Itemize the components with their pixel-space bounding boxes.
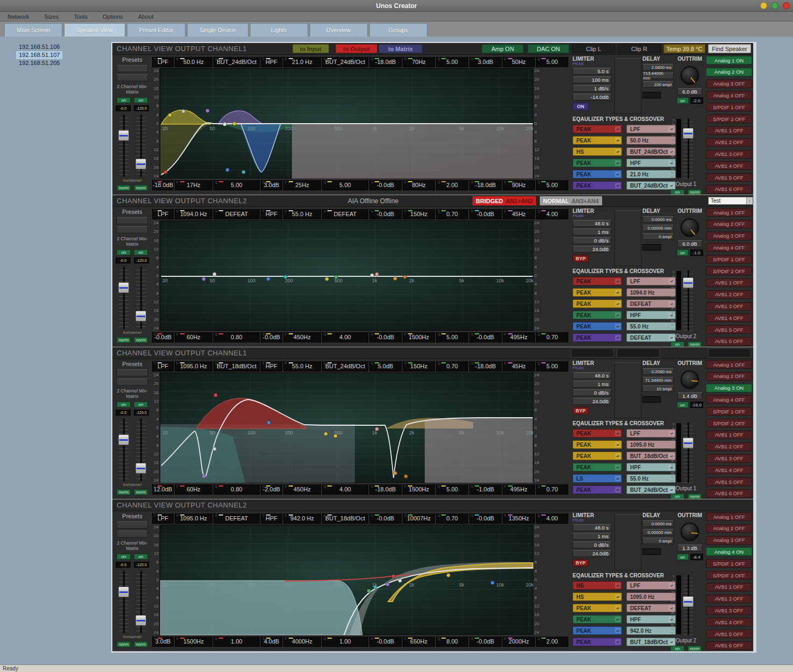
delay-value-field[interactable]: 713.44000 mm: [642, 73, 674, 79]
to-matrix-button[interactable]: to Matrix: [378, 44, 423, 53]
output-on-button[interactable]: on: [670, 189, 684, 195]
param-field[interactable]: F450Hz: [283, 484, 321, 495]
routing-toggle-avb1-5-off[interactable]: AVB1 5 OFF: [706, 325, 752, 334]
limiter-value-field[interactable]: 100 ms: [573, 76, 611, 83]
limiter-bypass-button[interactable]: BYP: [573, 559, 589, 567]
param-field[interactable]: ABUT_18dB/Oct: [322, 513, 368, 524]
routing-toggle-avb1-5-off[interactable]: AVB1 5 OFF: [706, 173, 752, 182]
outtrim-knob[interactable]: [681, 370, 699, 389]
minimize-button[interactable]: [760, 2, 767, 9]
eq-band-handle[interactable]: [284, 275, 288, 279]
device-list-item[interactable]: 192.168.51.107: [16, 51, 62, 59]
param-field[interactable]: G3.0dB: [469, 56, 502, 67]
routing-toggle-avb1-1-off[interactable]: AVB1 1 OFF: [706, 583, 752, 591]
eq-crossover-field[interactable]: BUT_24dB/Oct▴▾: [626, 181, 676, 190]
param-field[interactable]: F1500Hz: [175, 636, 212, 647]
limiter-value-field[interactable]: 24.0dB: [573, 550, 611, 557]
routing-toggle-avb1-1-off[interactable]: AVB1 1 OFF: [706, 431, 752, 439]
param-field[interactable]: THPF: [261, 513, 282, 524]
delay-value-field[interactable]: 0.00000 mm: [642, 529, 674, 535]
eq-band-handle[interactable]: [370, 274, 374, 277]
mix-on-button[interactable]: on: [117, 249, 131, 255]
param-field[interactable]: Q0.70: [536, 332, 568, 342]
routing-toggle-avb1-4-off[interactable]: AVB1 4 OFF: [706, 313, 752, 322]
eq-crossover-field[interactable]: HPF▴▾: [626, 159, 676, 167]
eq-type-select[interactable]: HS▴▾: [573, 147, 622, 156]
outtrim-trim-value[interactable]: -1.0: [690, 249, 703, 256]
delay-value-field[interactable]: 0 smpl: [642, 233, 674, 240]
mix-on-button[interactable]: on: [134, 554, 148, 560]
param-field[interactable]: Q0.70: [436, 361, 468, 371]
preset-slot[interactable]: [117, 531, 148, 538]
param-field[interactable]: F495Hz: [503, 484, 535, 495]
eq-type-select[interactable]: PEAK▴▾: [573, 333, 622, 342]
routing-toggle-avb1-6-off[interactable]: AVB1 6 OFF: [706, 337, 752, 346]
param-field[interactable]: ADEFEAT: [213, 209, 260, 219]
eq-band-handle[interactable]: [226, 168, 230, 172]
eq-crossover-field[interactable]: LPF▴▾: [626, 429, 676, 438]
dac-on-button[interactable]: DAC ON: [527, 44, 569, 53]
param-field[interactable]: F1094.0 Hz: [175, 209, 212, 219]
eq-crossover-field[interactable]: HPF▴▾: [626, 311, 676, 319]
routing-toggle-avb1-6-off[interactable]: AVB1 6 OFF: [706, 641, 752, 650]
eq-type-select[interactable]: PEAK▴▾: [573, 429, 622, 438]
limiter-value-field[interactable]: 48.0 s: [573, 372, 611, 379]
param-field[interactable]: F942.0 Hz: [283, 513, 321, 524]
eq-type-select[interactable]: LS▴▾: [573, 474, 622, 483]
param-field[interactable]: G-0.0dB: [369, 209, 402, 219]
eq-band-handle[interactable]: [447, 574, 451, 577]
eq-band-handle[interactable]: [334, 275, 338, 279]
param-field[interactable]: F55.0 Hz: [283, 361, 321, 371]
output-fader[interactable]: [683, 270, 693, 331]
param-field[interactable]: F10007Hz: [403, 513, 435, 524]
eq-crossover-field[interactable]: BUT_24dB/Oct▴▾: [626, 485, 676, 494]
param-field[interactable]: TLPF: [152, 56, 174, 67]
tab-main-screen[interactable]: Main Screen: [4, 23, 62, 37]
eq-type-select[interactable]: PEAK▴▾: [573, 604, 622, 612]
limiter-bypass-button[interactable]: BYP: [573, 255, 589, 262]
param-field[interactable]: G-0.0dB: [469, 209, 502, 219]
param-field[interactable]: F17Hz: [175, 180, 212, 190]
eq-crossover-field[interactable]: DEFEAT▴▾: [626, 299, 676, 308]
tab-single-device[interactable]: Single Device: [187, 23, 248, 37]
eq-type-select[interactable]: PEAK▴▾: [573, 277, 622, 285]
param-field[interactable]: Q5.00: [536, 56, 568, 67]
delay-value-field[interactable]: 71.34400 mm: [642, 377, 674, 383]
limiter-bypass-button[interactable]: ON: [573, 103, 589, 110]
mix-gain-value[interactable]: -0.0: [116, 258, 131, 263]
param-field[interactable]: Q5.00: [436, 332, 468, 342]
fader-handle[interactable]: [118, 130, 129, 141]
mix-on-button[interactable]: on: [117, 554, 131, 560]
eq-band-handle[interactable]: [242, 170, 246, 174]
preset-slot[interactable]: [117, 226, 148, 233]
eq-type-select[interactable]: PEAK▴▾: [573, 311, 622, 319]
fader-handle[interactable]: [135, 311, 146, 321]
eq-crossover-field[interactable]: BUT_18dB/Oct▴▾: [626, 452, 676, 460]
param-field[interactable]: G-0.0dB: [152, 332, 174, 342]
norm-button[interactable]: norm: [134, 641, 148, 647]
param-field[interactable]: TLPF: [152, 209, 174, 219]
output-fader[interactable]: [683, 423, 693, 483]
limiter-value-field[interactable]: 1 ms: [573, 228, 611, 235]
eq-type-select[interactable]: PEAK▴▾: [573, 125, 622, 133]
eq-crossover-field[interactable]: HPF▴▾: [626, 615, 676, 624]
output-on-button[interactable]: on: [670, 341, 684, 347]
routing-toggle-avb1-1-off[interactable]: AVB1 1 OFF: [706, 278, 752, 287]
param-field[interactable]: Q5.00: [322, 180, 368, 190]
routing-toggle-avb1-2-off[interactable]: AVB1 2 OFF: [706, 442, 752, 451]
routing-toggle-analog-1-off[interactable]: Analog 1 OFF: [706, 512, 752, 521]
eq-crossover-field[interactable]: 21.0 Hz: [626, 170, 676, 178]
param-field[interactable]: Q4.00: [322, 484, 368, 495]
param-field[interactable]: F150Hz: [403, 361, 435, 371]
param-field[interactable]: F45Hz: [503, 361, 535, 371]
eq-band-handle[interactable]: [182, 110, 185, 113]
eq-band-handle[interactable]: [398, 579, 402, 583]
eq-type-select[interactable]: PEAK▴▾: [573, 626, 622, 635]
eq-type-select[interactable]: PEAK▴▾: [573, 322, 622, 331]
limiter-value-field[interactable]: 1 dB/s: [573, 85, 611, 92]
output-norm-button[interactable]: norm: [688, 341, 702, 347]
eq-band-handle[interactable]: [206, 109, 210, 113]
param-field[interactable]: Q0.70: [436, 513, 468, 524]
eq-type-select[interactable]: PEAK▴▾: [573, 485, 622, 494]
param-field[interactable]: ABUT_18dB/Oct: [213, 361, 260, 371]
